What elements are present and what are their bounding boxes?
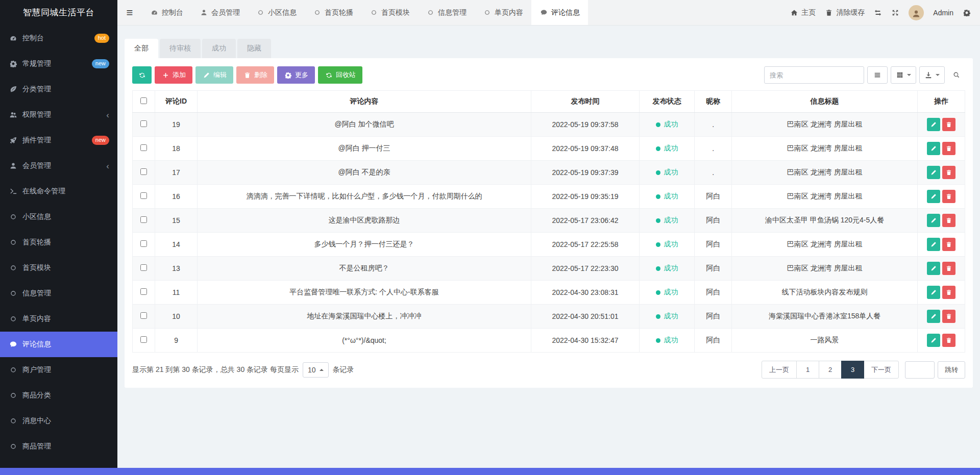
row-delete-button[interactable] — [942, 286, 955, 299]
page-button[interactable]: 2 — [819, 361, 842, 379]
sidebar-item[interactable]: 商品分类 — [0, 383, 117, 408]
column-header[interactable]: 评论ID — [155, 91, 198, 113]
row-edit-button[interactable] — [927, 262, 940, 275]
row-edit-button[interactable] — [927, 286, 940, 299]
sidebar-item[interactable]: 插件管理new — [0, 128, 117, 153]
add-button[interactable]: 添加 — [155, 66, 192, 84]
table-row[interactable]: 18@阿白 押一付三2022-05-19 09:37:48成功.巴南区 龙洲湾 … — [133, 137, 965, 161]
avatar[interactable] — [909, 5, 924, 20]
row-checkbox[interactable] — [140, 120, 147, 127]
goto-page-input[interactable] — [905, 361, 935, 379]
sidebar-item[interactable]: 消息中心 — [0, 408, 117, 434]
edit-toolbar-button[interactable]: 编辑 — [195, 66, 233, 84]
sidebar-item[interactable]: 会员管理‹ — [0, 153, 117, 179]
row-checkbox[interactable] — [140, 264, 147, 271]
jump-button[interactable]: 跳转 — [938, 361, 965, 379]
page-button[interactable]: 3 — [841, 361, 864, 379]
row-edit-button[interactable] — [927, 310, 940, 323]
column-header[interactable]: 操作 — [918, 91, 965, 113]
row-edit-button[interactable] — [927, 214, 940, 227]
row-checkbox[interactable] — [140, 144, 147, 151]
sidebar-item[interactable]: 商户管理 — [0, 357, 117, 383]
topbar-tab[interactable]: 评论信息 — [531, 0, 588, 25]
row-checkbox[interactable] — [140, 240, 147, 247]
topbar-tab[interactable]: 首页模块 — [361, 0, 418, 25]
row-checkbox[interactable] — [140, 168, 147, 175]
row-delete-button[interactable] — [942, 142, 955, 155]
sidebar-item[interactable]: 常规管理new — [0, 51, 117, 77]
recycle-bin-button[interactable]: 回收站 — [318, 66, 362, 84]
exchange-button[interactable] — [874, 9, 882, 17]
page-size-select[interactable]: 10 — [303, 362, 329, 378]
columns-button[interactable] — [891, 66, 916, 84]
home-link[interactable]: 主页 — [790, 8, 816, 17]
topbar-tab[interactable]: 信息管理 — [418, 0, 475, 25]
topbar-tab[interactable]: 小区信息 — [248, 0, 305, 25]
column-header[interactable]: 发布状态 — [639, 91, 695, 113]
next-page-button[interactable]: 下一页 — [864, 361, 899, 379]
table-row[interactable]: 10地址在海棠溪国瑞中心楼上，冲冲冲2022-04-30 20:51:01成功阿… — [133, 305, 965, 329]
column-header[interactable]: 昵称 — [695, 91, 731, 113]
sidebar-item[interactable]: 评论信息 — [0, 332, 117, 357]
topbar-tab[interactable]: 首页轮播 — [305, 0, 361, 25]
select-all-checkbox[interactable] — [140, 97, 147, 104]
row-edit-button[interactable] — [927, 142, 940, 155]
sidebar-item[interactable]: 信息管理 — [0, 281, 117, 306]
topbar-tab[interactable]: 会员管理 — [191, 0, 248, 25]
sidebar-item[interactable]: 在线命令管理 — [0, 179, 117, 204]
row-delete-button[interactable] — [942, 262, 955, 275]
settings-gear-button[interactable] — [963, 9, 971, 17]
row-checkbox[interactable] — [140, 216, 147, 223]
table-row[interactable]: 9(*°ω°*)/&quot;2022-04-30 15:32:47成功阿白一路… — [133, 329, 965, 353]
more-button[interactable]: 更多 — [277, 66, 315, 84]
row-edit-button[interactable] — [927, 166, 940, 179]
row-delete-button[interactable] — [942, 334, 955, 347]
sidebar-item[interactable]: 小区信息 — [0, 204, 117, 230]
row-checkbox[interactable] — [140, 192, 147, 199]
sidebar-item[interactable]: 单页内容 — [0, 306, 117, 332]
sidebar-item[interactable]: 控制台hot — [0, 26, 117, 51]
sidebar-item[interactable]: 权限管理‹ — [0, 102, 117, 128]
filter-tab[interactable]: 全部 — [125, 39, 158, 58]
row-checkbox[interactable] — [140, 312, 147, 319]
row-edit-button[interactable] — [927, 238, 940, 251]
sidebar-item[interactable]: 分类管理 — [0, 77, 117, 102]
fullscreen-button[interactable] — [891, 9, 899, 17]
row-edit-button[interactable] — [927, 190, 940, 203]
topbar-tab[interactable]: 控制台 — [142, 0, 191, 25]
row-edit-button[interactable] — [927, 118, 940, 131]
delete-toolbar-button[interactable]: 删除 — [236, 66, 274, 84]
clear-cache-link[interactable]: 清除缓存 — [825, 8, 865, 17]
sidebar-toggle-button[interactable]: ≡ — [117, 0, 142, 25]
column-header[interactable]: 信息标题 — [731, 91, 917, 113]
row-delete-button[interactable] — [942, 310, 955, 323]
row-checkbox[interactable] — [140, 336, 147, 343]
row-delete-button[interactable] — [942, 118, 955, 131]
row-edit-button[interactable] — [927, 334, 940, 347]
table-row[interactable]: 14多少钱一个月？押一付三还是？2022-05-17 22:25:58成功阿白巴… — [133, 233, 965, 257]
table-row[interactable]: 16滴滴滴，完善一下详情呢，比如什么户型，多少钱一个月，付款周期什么的2022-… — [133, 185, 965, 209]
column-header[interactable]: 评论内容 — [197, 91, 531, 113]
row-checkbox[interactable] — [140, 288, 147, 295]
row-delete-button[interactable] — [942, 214, 955, 227]
page-button[interactable]: 1 — [796, 361, 819, 379]
sidebar-item[interactable]: 首页模块 — [0, 255, 117, 281]
export-button[interactable] — [919, 66, 945, 84]
search-button[interactable] — [948, 66, 965, 84]
sidebar-item[interactable]: 商品管理 — [0, 434, 117, 459]
column-header[interactable]: 发布时间 — [531, 91, 639, 113]
row-delete-button[interactable] — [942, 166, 955, 179]
table-row[interactable]: 15这是渝中区虎歌路那边2022-05-17 23:06:42成功阿白渝中区太圣… — [133, 209, 965, 233]
refresh-button[interactable] — [132, 66, 152, 84]
username[interactable]: Admin — [933, 9, 953, 17]
toggle-view-button[interactable] — [867, 66, 888, 84]
table-row[interactable]: 17@阿白 不是的亲2022-05-19 09:37:39成功.巴南区 龙洲湾 … — [133, 161, 965, 185]
row-delete-button[interactable] — [942, 190, 955, 203]
topbar-tab[interactable]: 单页内容 — [475, 0, 531, 25]
filter-tab[interactable]: 成功 — [202, 39, 236, 58]
table-row[interactable]: 13不是公租房吧？2022-05-17 22:23:30成功阿白巴南区 龙洲湾 … — [133, 257, 965, 281]
filter-tab[interactable]: 待审核 — [160, 39, 201, 58]
search-input[interactable] — [764, 66, 864, 84]
prev-page-button[interactable]: 上一页 — [762, 361, 797, 379]
filter-tab[interactable]: 隐藏 — [237, 39, 271, 58]
